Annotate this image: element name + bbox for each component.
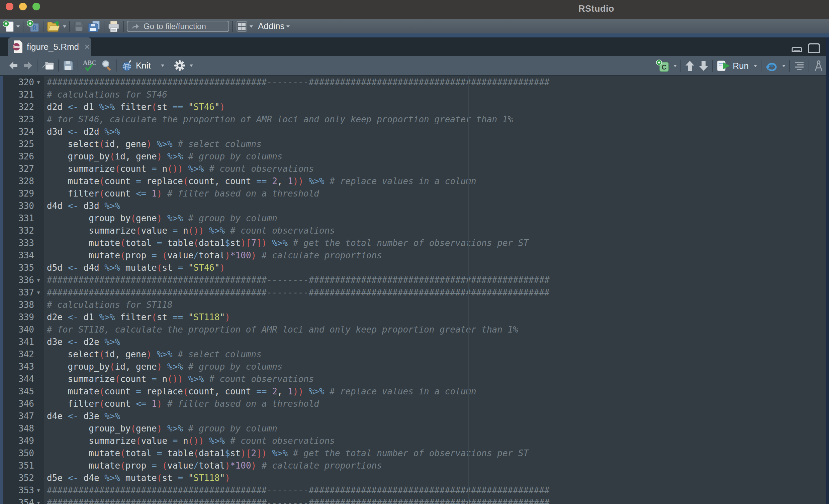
knit-button[interactable]: Knit — [121, 59, 152, 72]
settings-gear-icon[interactable] — [174, 60, 186, 72]
print-button[interactable] — [107, 21, 120, 32]
new-file-dropdown-icon[interactable] — [16, 26, 20, 29]
code-text[interactable]: # calculations for ST118 — [44, 299, 173, 311]
code-line[interactable]: 332 summarize(value = n()) %>% # count o… — [0, 225, 829, 237]
line-gutter[interactable]: 342 — [3, 348, 44, 361]
code-text[interactable]: group_by(id, gene) %>% # group by column… — [44, 361, 282, 373]
code-text[interactable]: summarize(value = n()) %>% # count obser… — [44, 225, 335, 237]
open-file-button[interactable] — [46, 21, 66, 32]
knit-dropdown-icon[interactable] — [161, 65, 164, 69]
fold-toggle-icon[interactable]: ▾ — [34, 274, 43, 286]
code-text[interactable]: select(id, gene) %>% # select columns — [44, 138, 262, 150]
code-text[interactable]: ########################################… — [44, 76, 550, 88]
code-line[interactable]: 349 summarize(value = n()) %>% # count o… — [0, 435, 829, 447]
code-text[interactable]: d4d <- d3d %>% — [44, 200, 120, 212]
code-text[interactable]: ########################################… — [44, 286, 550, 299]
line-gutter[interactable]: 334 — [3, 249, 44, 262]
code-text[interactable]: # for ST46, calculate the proportion of … — [44, 113, 513, 126]
code-text[interactable]: filter(count <= 1) # filter based on a t… — [44, 188, 319, 200]
line-gutter[interactable]: 346 — [3, 398, 44, 410]
code-line[interactable]: 336▾####################################… — [0, 274, 829, 286]
code-text[interactable]: d3d <- d2d %>% — [44, 126, 120, 138]
code-line[interactable]: 331 group_by(gene) %>% # group by column — [0, 212, 829, 225]
line-gutter[interactable]: 345 — [3, 385, 44, 398]
forward-icon[interactable] — [23, 61, 33, 70]
code-text[interactable]: summarize(count = n()) %>% # count obser… — [44, 163, 314, 175]
insert-chunk-icon[interactable]: C — [656, 60, 670, 72]
line-gutter[interactable]: 335 — [3, 262, 44, 274]
goto-file-search[interactable] — [127, 21, 229, 32]
code-line[interactable]: 337▾####################################… — [0, 286, 829, 299]
code-line[interactable]: 330d4d <- d3d %>% — [0, 200, 829, 212]
line-gutter[interactable]: 321 — [3, 88, 44, 101]
popout-window-icon[interactable] — [41, 60, 54, 71]
line-gutter[interactable]: 330 — [3, 200, 44, 212]
code-text[interactable]: select(id, gene) %>% # select columns — [44, 348, 262, 361]
code-line[interactable]: 335d5d <- d4d %>% mutate(st = "ST46") — [0, 262, 829, 274]
line-gutter[interactable]: 322 — [3, 101, 44, 113]
save-button[interactable] — [73, 21, 84, 32]
code-line[interactable]: 347d4e <- d3e %>% — [0, 410, 829, 422]
code-line[interactable]: 342 select(id, gene) %>% # select column… — [0, 348, 829, 361]
line-gutter[interactable]: 333 — [3, 237, 44, 249]
goto-file-input[interactable] — [143, 22, 224, 31]
line-gutter[interactable]: 348 — [3, 422, 44, 435]
code-text[interactable]: mutate(total = table(data1$st)[2]) %>% #… — [44, 447, 529, 460]
code-line[interactable]: 345 mutate(count = replace(count, count … — [0, 385, 829, 398]
line-gutter[interactable]: 328 — [3, 175, 44, 188]
code-text[interactable]: mutate(count = replace(count, count == 2… — [44, 175, 476, 188]
code-text[interactable]: # for ST118, calculate the proportion of… — [44, 323, 518, 336]
code-line[interactable]: 323# for ST46, calculate the proportion … — [0, 113, 829, 126]
code-text[interactable]: ########################################… — [44, 497, 550, 504]
code-line[interactable]: 326 group_by(id, gene) %>% # group by co… — [0, 150, 829, 163]
code-text[interactable]: group_by(id, gene) %>% # group by column… — [44, 150, 282, 163]
code-text[interactable]: summarize(value = n()) %>% # count obser… — [44, 435, 335, 447]
code-text[interactable]: d4e <- d3e %>% — [44, 410, 120, 422]
code-line[interactable]: 321# calculations for ST46 — [0, 88, 829, 101]
code-text[interactable]: # calculations for ST46 — [44, 88, 167, 101]
code-text[interactable]: filter(count <= 1) # filter based on a t… — [44, 398, 319, 410]
code-text[interactable]: group_by(gene) %>% # group by column — [44, 422, 277, 435]
code-text[interactable]: group_by(gene) %>% # group by column — [44, 212, 277, 225]
code-line[interactable]: 350 mutate(total = table(data1$st)[2]) %… — [0, 447, 829, 460]
line-gutter[interactable]: 343 — [3, 361, 44, 373]
find-replace-icon[interactable] — [101, 60, 112, 72]
code-text[interactable]: ########################################… — [44, 484, 550, 497]
code-line[interactable]: 339d2e <- d1 %>% filter(st == "ST118") — [0, 311, 829, 323]
code-line[interactable]: 341d3e <- d2e %>% — [0, 336, 829, 348]
line-gutter[interactable]: 354▾ — [3, 497, 44, 504]
fold-toggle-icon[interactable]: ▾ — [34, 497, 43, 504]
code-line[interactable]: 352d5e <- d4e %>% mutate(st = "ST118") — [0, 472, 829, 484]
line-gutter[interactable]: 353▾ — [3, 484, 44, 497]
line-gutter[interactable]: 339 — [3, 311, 44, 323]
go-previous-chunk-icon[interactable] — [685, 60, 695, 72]
code-line[interactable]: 327 summarize(count = n()) %>% # count o… — [0, 163, 829, 175]
line-gutter[interactable]: 349 — [3, 435, 44, 447]
line-gutter[interactable]: 331 — [3, 212, 44, 225]
code-line[interactable]: 328 mutate(count = replace(count, count … — [0, 175, 829, 188]
back-icon[interactable] — [9, 61, 19, 70]
code-line[interactable]: 325 select(id, gene) %>% # select column… — [0, 138, 829, 150]
rerun-icon[interactable] — [765, 60, 779, 72]
code-line[interactable]: 346 filter(count <= 1) # filter based on… — [0, 398, 829, 410]
line-gutter[interactable]: 326 — [3, 150, 44, 163]
new-project-button[interactable]: R — [27, 20, 40, 33]
line-gutter[interactable]: 351 — [3, 460, 44, 472]
insert-chunk-dropdown-icon[interactable] — [674, 65, 677, 69]
code-text[interactable]: ########################################… — [44, 274, 550, 286]
code-line[interactable]: 338# calculations for ST118 — [0, 299, 829, 311]
new-file-button[interactable] — [3, 20, 20, 33]
line-gutter[interactable]: 327 — [3, 163, 44, 175]
code-line[interactable]: 320▾####################################… — [0, 76, 829, 88]
minimize-window-icon[interactable] — [19, 3, 27, 10]
code-line[interactable]: 354▾####################################… — [0, 497, 829, 504]
code-line[interactable]: 334 mutate(prop = (value/total)*100) # c… — [0, 249, 829, 262]
line-gutter[interactable]: 340 — [3, 323, 44, 336]
addins-button[interactable]: Addins — [256, 21, 290, 31]
line-gutter[interactable]: 338 — [3, 299, 44, 311]
line-gutter[interactable]: 325 — [3, 138, 44, 150]
go-next-chunk-icon[interactable] — [698, 60, 709, 72]
settings-dropdown-icon[interactable] — [190, 65, 193, 69]
pane-layout-dropdown-icon[interactable] — [250, 26, 253, 29]
visual-editor-compass-icon[interactable] — [813, 60, 824, 72]
